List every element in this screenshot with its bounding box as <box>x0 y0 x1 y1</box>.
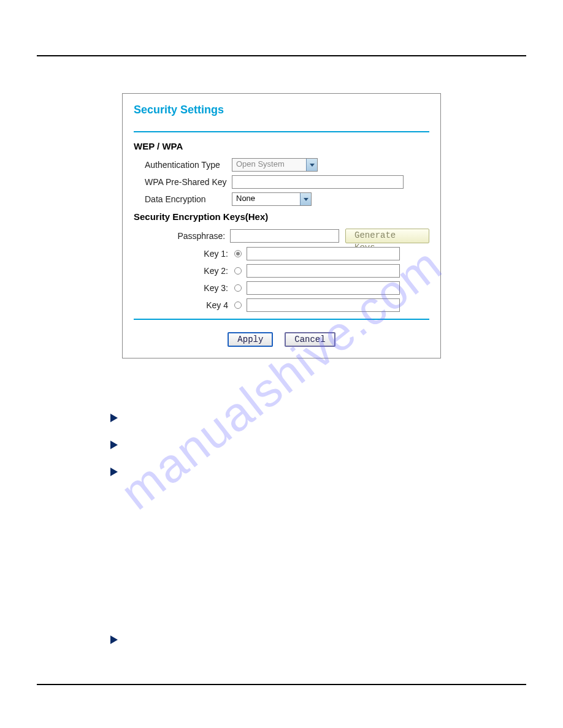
encryption-label: Data Encryption <box>134 194 232 204</box>
key2-input[interactable] <box>247 264 400 278</box>
security-settings-panel: Security Settings WEP / WPA Authenticati… <box>122 93 441 358</box>
passphrase-input[interactable] <box>230 229 339 243</box>
bottom-divider <box>37 684 526 685</box>
key3-input[interactable] <box>247 281 400 295</box>
panel-title: Security Settings <box>134 101 429 131</box>
cancel-button[interactable]: Cancel <box>285 332 335 347</box>
key3-radio[interactable] <box>234 284 242 292</box>
auth-type-select[interactable]: Open System <box>232 158 318 172</box>
key4-label: Key 4 <box>134 300 232 310</box>
key4-radio[interactable] <box>234 301 242 309</box>
generate-keys-button[interactable]: Generate Keys <box>345 229 429 243</box>
triangle-bullet-icon <box>110 414 118 422</box>
divider <box>134 319 429 320</box>
key2-label: Key 2: <box>134 266 232 276</box>
triangle-bullet-icon <box>110 635 118 644</box>
key4-input[interactable] <box>247 298 400 312</box>
encryption-select[interactable]: None <box>232 192 312 206</box>
passphrase-label: Passphrase: <box>134 231 230 241</box>
apply-button[interactable]: Apply <box>228 332 273 347</box>
keys-header: Security Encryption Keys(Hex) <box>134 208 429 227</box>
auth-type-label: Authentication Type <box>134 160 232 170</box>
key2-radio[interactable] <box>234 267 242 275</box>
key3-label: Key 3: <box>134 283 232 293</box>
key1-radio[interactable] <box>234 250 242 257</box>
chevron-down-icon <box>306 159 317 171</box>
key1-label: Key 1: <box>134 249 232 259</box>
chevron-down-icon <box>300 193 311 205</box>
key1-input[interactable] <box>247 247 400 260</box>
wep-wpa-header: WEP / WPA <box>134 138 429 156</box>
bullet-list <box>110 414 526 644</box>
psk-input[interactable] <box>232 175 404 189</box>
psk-label: WPA Pre-Shared Key <box>134 177 232 187</box>
top-divider <box>37 55 526 56</box>
divider <box>134 131 429 132</box>
triangle-bullet-icon <box>110 441 118 449</box>
auth-type-value: Open System <box>236 159 285 169</box>
encryption-value: None <box>236 194 255 203</box>
triangle-bullet-icon <box>110 468 118 476</box>
